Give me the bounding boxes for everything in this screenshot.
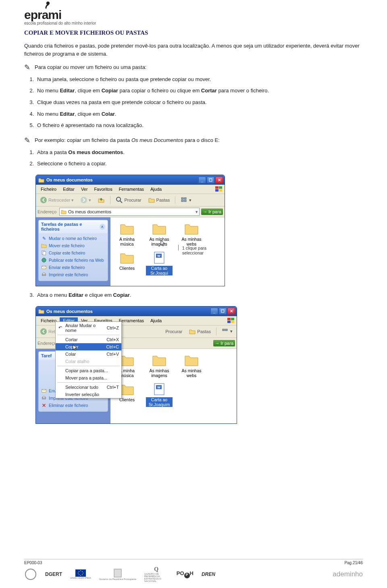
svg-rect-23 <box>227 321 231 323</box>
folder-icon <box>38 309 44 314</box>
org-logo: eprami escola profissional do alto minho… <box>24 8 363 25</box>
menu-copy-to[interactable]: Copiar para a pasta... <box>56 367 121 374</box>
mail-icon <box>41 388 47 394</box>
windows-flag-icon <box>227 317 235 324</box>
menu-help[interactable]: Ajuda <box>147 186 165 192</box>
menu-view[interactable]: Ver <box>78 186 91 192</box>
back-button[interactable]: Retroceder ▾ <box>37 195 76 205</box>
search-button[interactable]: Procurar <box>113 195 144 205</box>
go-button[interactable]: →Ir para <box>201 209 223 215</box>
menu-move-to[interactable]: Mover para a pasta... <box>56 374 121 382</box>
svg-text:W: W <box>157 386 160 389</box>
back-button[interactable]: Ret <box>37 327 58 336</box>
menu-edit[interactable]: Editar <box>60 186 78 192</box>
svg-point-6 <box>81 197 87 203</box>
task-publish[interactable]: Publicar este ficheiro na Web <box>41 256 105 264</box>
close-button[interactable]: ✕ <box>215 177 223 183</box>
address-input[interactable]: Os meus documentos ▾ <box>59 208 200 216</box>
undo-icon: ↶ <box>57 325 63 331</box>
folder-images[interactable]: As minhas imagens <box>146 221 173 246</box>
file-area: A minha música As minhas imagens As minh… <box>110 349 237 423</box>
folder-clients[interactable]: Clientes <box>114 250 140 275</box>
window-titlebar: Os meus documentos _ ☐ ✕ <box>36 175 225 185</box>
menu-invert-selection[interactable]: Inverter selecção <box>56 391 121 398</box>
svg-point-42 <box>79 574 79 575</box>
task-copy[interactable]: Copiar este ficheiro <box>41 249 105 256</box>
views-icon <box>181 196 188 204</box>
cursor-icon <box>160 240 165 246</box>
window-titlebar: Os meus documentos _ ☐ ✕ <box>36 307 237 316</box>
minimize-button[interactable]: _ <box>198 177 206 183</box>
page: eprami escola profissional do alto minho… <box>0 0 387 424</box>
maximize-button[interactable]: ☐ <box>219 308 227 315</box>
menu-help[interactable]: Ajuda <box>147 317 165 324</box>
task-rename[interactable]: ✎Mudar o nome ao ficheiro <box>41 235 105 242</box>
section-title: COPIAR E MOVER FICHEIROS OU PASTAS <box>24 29 363 36</box>
folder-icon <box>38 177 44 183</box>
folders-icon <box>189 328 196 335</box>
folders-button[interactable]: Pastas <box>146 195 173 205</box>
folder-music[interactable]: A minha música <box>114 221 140 246</box>
forward-button[interactable]: ▾ <box>78 195 94 205</box>
svg-point-25 <box>40 328 47 335</box>
file-carta-selected[interactable]: WCarta ao Sr.Joaqui <box>146 250 173 275</box>
screenshot-explorer-editmenu: Os meus documentos _ ☐ ✕ Ficheiro Editar… <box>35 306 237 424</box>
menu-cut[interactable]: CortarCtrl+X <box>56 336 121 343</box>
menu-file[interactable]: Ficheiro <box>37 186 60 192</box>
tasks-pane-header[interactable]: Tarefas de pastas e ficheirosᴧ <box>39 220 108 233</box>
logo-dren: DREN <box>202 571 215 577</box>
folder-webs[interactable]: As minhas webs <box>178 221 205 246</box>
svg-rect-11 <box>184 200 186 202</box>
folders-icon <box>148 196 155 204</box>
folder-webs[interactable]: As minhas webs <box>178 353 205 378</box>
logo-qren: QQUADRO DE REFERÊNCIA ESTRATÉGICO NACION… <box>144 566 169 582</box>
folder-images[interactable]: As minhas imagens <box>146 353 173 378</box>
ex-step-1: Abra a pasta Os meus documentos. <box>35 148 363 158</box>
svg-rect-10 <box>181 200 183 202</box>
folders-button[interactable]: Pastas <box>186 327 213 336</box>
logo-dgert: DGERT <box>45 571 62 577</box>
ex-step-2: Seleccione o ficheiro a copiar. <box>35 159 363 169</box>
go-button[interactable]: →Ir para <box>213 340 235 346</box>
pencil-icon: ✎ <box>24 63 33 72</box>
menu-copy-highlighted[interactable]: CopiarCtrl+C <box>56 343 121 350</box>
globe-icon <box>41 257 47 263</box>
search-button[interactable]: Procurar <box>163 328 185 335</box>
menu-tools[interactable]: Ferramentas <box>116 186 147 192</box>
task-send[interactable]: Enviar este ficheiro <box>41 264 105 271</box>
callout-label: 1 clique para seleccionar <box>182 246 225 255</box>
step-3: Clique duas vezes na pasta em que preten… <box>35 98 363 108</box>
views-button[interactable]: ▾ <box>178 195 194 205</box>
task-move[interactable]: Mover este ficheiro <box>41 242 105 249</box>
menu-select-all[interactable]: Seleccionar tudoCtrl+T <box>56 384 121 391</box>
svg-rect-24 <box>231 321 234 323</box>
svg-point-37 <box>80 575 81 576</box>
menu-favorites[interactable]: Favoritos <box>91 186 115 192</box>
svg-rect-3 <box>215 189 218 192</box>
window-title: Os meus documentos <box>46 309 210 314</box>
views-button[interactable]: ▾ <box>219 327 235 336</box>
file-carta-selected[interactable]: WCarta ao Sr.Joaquim <box>146 382 173 407</box>
maximize-button[interactable]: ☐ <box>207 177 214 183</box>
up-button[interactable] <box>95 195 107 205</box>
logo-wordmark: eprami <box>24 8 61 22</box>
file-area: A minha música As minhas imagens As minh… <box>110 217 225 286</box>
logo-gov-pt: Governo da República Portuguesa <box>99 568 136 580</box>
task-delete[interactable]: Eliminar este ficheiro <box>41 402 105 409</box>
svg-rect-44 <box>114 569 121 577</box>
address-bar: Endereço Os meus documentos ▾ →Ir para <box>36 206 225 217</box>
close-button[interactable]: ✕ <box>227 308 235 315</box>
svg-point-38 <box>78 573 79 573</box>
folder-up-icon <box>98 196 105 204</box>
example-heading: ✎ Por exemplo: copiar um ficheiro da pas… <box>24 136 363 145</box>
svg-rect-2 <box>219 186 222 189</box>
menu-undo[interactable]: ↶Anular Mudar o nomeCtrl+Z <box>56 322 121 334</box>
windows-flag-icon <box>215 186 223 192</box>
address-label: Endereço <box>37 209 56 214</box>
svg-rect-13 <box>43 252 46 255</box>
menu-paste[interactable]: ColarCtrl+V <box>56 350 121 358</box>
printer-icon <box>41 395 47 401</box>
procedure-heading: ✎ Para copiar ou mover um ficheiro ou um… <box>24 63 363 72</box>
minimize-button[interactable]: _ <box>210 308 218 315</box>
task-print[interactable]: Imprimir este ficheiro <box>41 271 105 278</box>
